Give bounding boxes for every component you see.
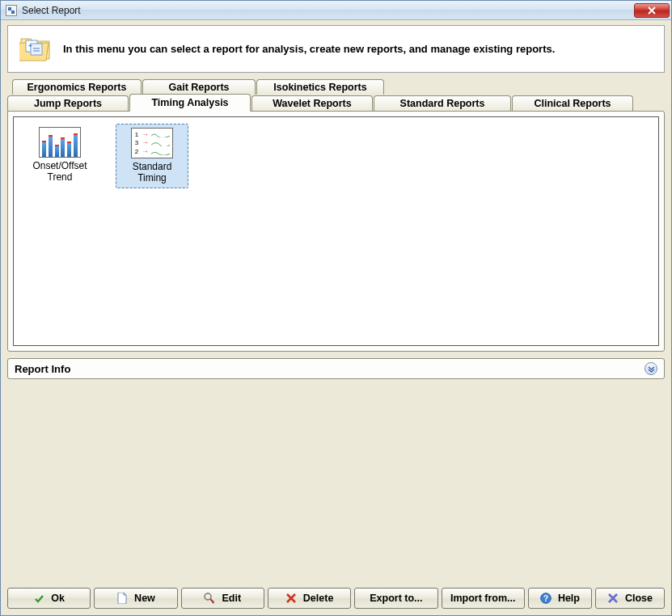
svg-text:+: + <box>28 42 32 49</box>
report-info-section: Report Info <box>7 358 665 379</box>
tab-panel: Onset/Offset Trend 1→ 3→ 2→ Standard Tim… <box>7 111 665 352</box>
titlebar: Select Report <box>1 1 671 20</box>
close-icon <box>607 593 619 604</box>
close-icon <box>648 6 656 15</box>
import-button[interactable]: Import from... <box>442 588 525 609</box>
section-title: Report Info <box>15 363 70 375</box>
tab-standard-reports[interactable]: Standard Reports <box>374 95 511 111</box>
svg-point-3 <box>205 593 211 600</box>
delete-icon <box>285 593 297 604</box>
edit-icon <box>204 593 215 604</box>
tab-row-front: Jump Reports Timing Analysis Wavelet Rep… <box>7 94 665 111</box>
ok-button[interactable]: Ok <box>7 588 91 609</box>
window-title: Select Report <box>22 5 81 16</box>
report-item-onset-offset-trend[interactable]: Onset/Offset Trend <box>23 124 96 187</box>
timing-chart-icon: 1→ 3→ 2→ <box>131 128 173 158</box>
folder-report-icon: + <box>19 34 52 64</box>
header-description: In this menu you can select a report for… <box>63 43 555 55</box>
check-icon <box>33 593 44 604</box>
select-report-window: Select Report + In this menu you can sel… <box>0 0 672 616</box>
tabs-region: Ergonomics Reports Gait Reports Isokinet… <box>7 79 665 352</box>
tab-jump-reports[interactable]: Jump Reports <box>7 95 129 111</box>
svg-text:?: ? <box>543 594 548 603</box>
report-icon-pane[interactable]: Onset/Offset Trend 1→ 3→ 2→ Standard Tim… <box>13 116 659 346</box>
new-document-icon <box>116 593 128 604</box>
button-bar: Ok New Edit Delete Export to... Import f… <box>1 583 671 615</box>
report-item-standard-timing[interactable]: 1→ 3→ 2→ Standard Timing <box>116 124 188 188</box>
svg-rect-1 <box>31 44 42 55</box>
window-close-button[interactable] <box>634 3 670 18</box>
tab-timing-analysis[interactable]: Timing Analysis <box>129 94 251 112</box>
help-icon: ? <box>540 593 552 604</box>
tab-gait-reports[interactable]: Gait Reports <box>142 79 256 95</box>
bar-chart-icon <box>39 127 81 158</box>
expand-icon <box>645 362 657 375</box>
delete-button[interactable]: Delete <box>268 588 351 609</box>
app-icon <box>6 5 17 16</box>
tab-row-back: Ergonomics Reports Gait Reports Isokinet… <box>12 79 665 95</box>
export-button[interactable]: Export to... <box>354 588 437 609</box>
tab-isokinetics-reports[interactable]: Isokinetics Reports <box>256 79 384 95</box>
tab-ergonomics-reports[interactable]: Ergonomics Reports <box>12 79 142 95</box>
report-item-label: Onset/Offset Trend <box>25 161 95 184</box>
tab-clinical-reports[interactable]: Clinical Reports <box>512 95 633 111</box>
tab-wavelet-reports[interactable]: Wavelet Reports <box>251 95 373 111</box>
help-button[interactable]: ? Help <box>528 588 592 609</box>
new-button[interactable]: New <box>94 588 177 609</box>
edit-button[interactable]: Edit <box>181 588 264 609</box>
report-info-header[interactable]: Report Info <box>8 359 664 378</box>
close-button[interactable]: Close <box>595 588 665 609</box>
header-banner: + In this menu you can select a report f… <box>7 25 665 73</box>
report-item-label: Standard Timing <box>118 162 186 184</box>
